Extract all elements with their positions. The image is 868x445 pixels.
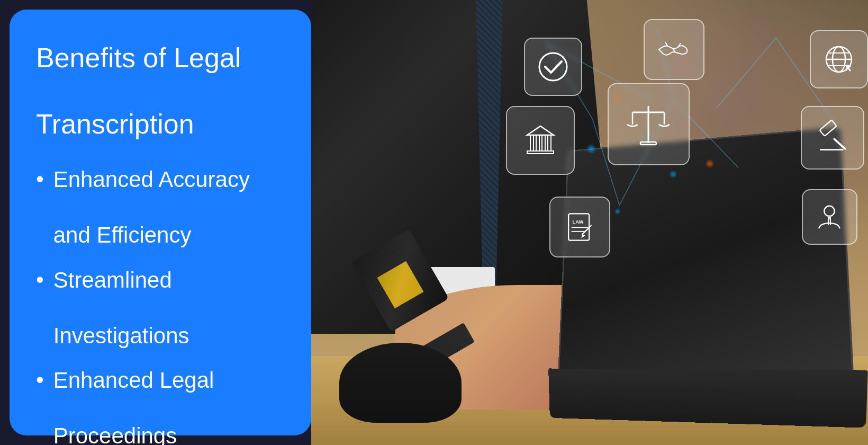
benefit-text-legal-proceedings: Enhanced Legal Proceedings (53, 367, 214, 445)
bullet-legal-proceedings: • (36, 368, 44, 392)
left-panel: Benefits of Legal Transcription • Enhanc… (10, 10, 311, 435)
benefit-item-accuracy: • Enhanced Accuracy and Efficiency (36, 166, 285, 250)
bullet-investigations: • (36, 268, 44, 292)
photo-scene: LAW (311, 0, 868, 445)
gavel-base (339, 343, 462, 423)
bullet-accuracy: • (36, 167, 44, 191)
benefit-text-investigations: Streamlined Investigations (53, 266, 189, 350)
benefit-text-accuracy: Enhanced Accuracy and Efficiency (53, 166, 250, 250)
benefit-item-legal-proceedings: • Enhanced Legal Proceedings (36, 367, 285, 445)
laptop-keyboard (548, 369, 868, 428)
panel-title: Benefits of Legal Transcription (36, 41, 285, 140)
right-panel: LAW (311, 0, 868, 445)
benefit-item-investigations: • Streamlined Investigations (36, 266, 285, 350)
laptop-screen (558, 127, 854, 387)
benefits-list: • Enhanced Accuracy and Efficiency • Str… (36, 166, 285, 445)
